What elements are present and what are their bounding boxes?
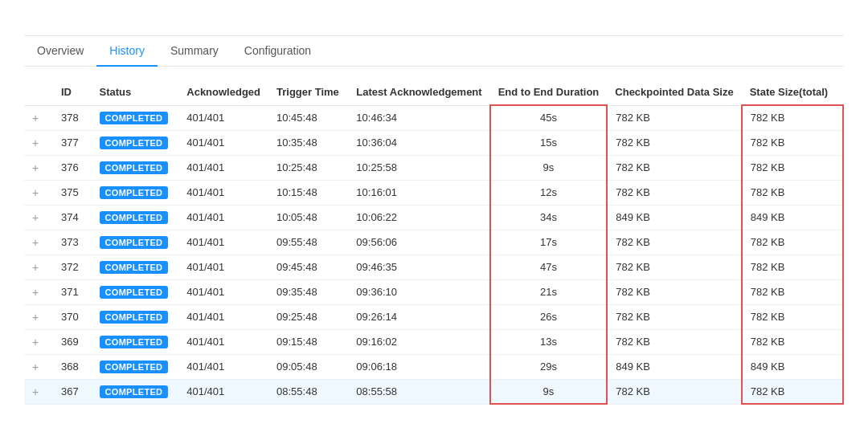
table-row: + 378 COMPLETED 401/401 10:45:48 10:46:3… bbox=[24, 105, 843, 130]
expand-icon[interactable]: + bbox=[32, 261, 45, 274]
row-checkpoint-data: 782 KB bbox=[607, 105, 741, 130]
history-table-container: ID Status Acknowledged Trigger Time Late… bbox=[24, 79, 844, 405]
row-id: 373 bbox=[53, 230, 92, 255]
row-latest-ack: 09:26:14 bbox=[348, 304, 489, 329]
row-id: 377 bbox=[53, 130, 92, 155]
status-badge: COMPLETED bbox=[100, 136, 169, 149]
row-checkpoint-data: 782 KB bbox=[607, 304, 741, 329]
row-latest-ack: 09:06:18 bbox=[348, 354, 489, 379]
row-checkpoint-data: 782 KB bbox=[607, 155, 741, 180]
expand-cell[interactable]: + bbox=[24, 354, 53, 379]
expand-icon[interactable]: + bbox=[32, 311, 45, 324]
status-badge: COMPLETED bbox=[100, 385, 169, 398]
status-badge: COMPLETED bbox=[100, 236, 169, 249]
col-header-acknowledged: Acknowledged bbox=[178, 79, 268, 105]
expand-cell[interactable]: + bbox=[24, 255, 53, 279]
row-status: COMPLETED bbox=[92, 304, 179, 329]
row-e2e-duration: 12s bbox=[490, 180, 608, 205]
row-acknowledged: 401/401 bbox=[178, 180, 268, 205]
row-latest-ack: 10:25:58 bbox=[348, 155, 489, 180]
row-id: 376 bbox=[53, 155, 92, 180]
expand-cell[interactable]: + bbox=[24, 329, 53, 354]
expand-icon[interactable]: + bbox=[32, 161, 45, 174]
row-latest-ack: 09:36:10 bbox=[348, 279, 489, 304]
col-header-trigger-time: Trigger Time bbox=[268, 79, 348, 105]
row-state-size: 782 KB bbox=[742, 255, 843, 279]
row-state-size: 782 KB bbox=[742, 155, 843, 180]
row-acknowledged: 401/401 bbox=[178, 155, 268, 180]
row-state-size: 782 KB bbox=[742, 130, 843, 155]
col-header-e2e-duration: End to End Duration bbox=[490, 79, 608, 105]
row-id: 374 bbox=[53, 205, 92, 230]
row-latest-ack: 09:56:06 bbox=[348, 230, 489, 255]
row-state-size: 782 KB bbox=[742, 230, 843, 255]
row-id: 371 bbox=[53, 279, 92, 304]
status-badge: COMPLETED bbox=[100, 261, 169, 274]
expand-cell[interactable]: + bbox=[24, 180, 53, 205]
row-latest-ack: 09:46:35 bbox=[348, 255, 489, 279]
row-checkpoint-data: 782 KB bbox=[607, 230, 741, 255]
table-header-row: ID Status Acknowledged Trigger Time Late… bbox=[24, 79, 843, 105]
expand-icon[interactable]: + bbox=[32, 236, 45, 249]
row-latest-ack: 10:36:04 bbox=[348, 130, 489, 155]
row-id: 378 bbox=[53, 105, 92, 130]
row-state-size: 849 KB bbox=[742, 354, 843, 379]
expand-cell[interactable]: + bbox=[24, 230, 53, 255]
row-status: COMPLETED bbox=[92, 180, 179, 205]
expand-cell[interactable]: + bbox=[24, 105, 53, 130]
table-row: + 368 COMPLETED 401/401 09:05:48 09:06:1… bbox=[24, 354, 843, 379]
table-row: + 373 COMPLETED 401/401 09:55:48 09:56:0… bbox=[24, 230, 843, 255]
row-state-size: 782 KB bbox=[742, 180, 843, 205]
row-latest-ack: 09:16:02 bbox=[348, 329, 489, 354]
row-checkpoint-data: 782 KB bbox=[607, 180, 741, 205]
expand-icon[interactable]: + bbox=[32, 211, 45, 224]
row-trigger-time: 10:15:48 bbox=[268, 180, 348, 205]
row-id: 369 bbox=[53, 329, 92, 354]
expand-cell[interactable]: + bbox=[24, 379, 53, 404]
tab-overview[interactable]: Overview bbox=[24, 36, 96, 67]
row-trigger-time: 10:05:48 bbox=[268, 205, 348, 230]
row-status: COMPLETED bbox=[92, 105, 179, 130]
expand-icon[interactable]: + bbox=[32, 336, 45, 348]
row-trigger-time: 10:25:48 bbox=[268, 155, 348, 180]
status-badge: COMPLETED bbox=[100, 211, 169, 224]
row-acknowledged: 401/401 bbox=[178, 130, 268, 155]
expand-icon[interactable]: + bbox=[32, 112, 45, 124]
row-trigger-time: 10:35:48 bbox=[268, 130, 348, 155]
expand-icon[interactable]: + bbox=[32, 361, 45, 373]
expand-cell[interactable]: + bbox=[24, 304, 53, 329]
status-badge: COMPLETED bbox=[100, 361, 169, 373]
expand-cell[interactable]: + bbox=[24, 155, 53, 180]
row-checkpoint-data: 782 KB bbox=[607, 379, 741, 404]
expand-icon[interactable]: + bbox=[32, 136, 45, 149]
row-latest-ack: 10:46:34 bbox=[348, 105, 489, 130]
status-badge: COMPLETED bbox=[100, 311, 169, 324]
tab-configuration[interactable]: Configuration bbox=[231, 36, 324, 67]
tab-bar: Overview History Summary Configuration bbox=[24, 36, 844, 67]
expand-cell[interactable]: + bbox=[24, 130, 53, 155]
row-checkpoint-data: 782 KB bbox=[607, 130, 741, 155]
col-header-latest-ack: Latest Acknowledgement bbox=[348, 79, 489, 105]
status-badge: COMPLETED bbox=[100, 186, 169, 199]
col-header-state-size: State Size(total) bbox=[742, 79, 843, 105]
row-acknowledged: 401/401 bbox=[178, 354, 268, 379]
expand-icon[interactable]: + bbox=[32, 385, 45, 398]
row-checkpoint-data: 849 KB bbox=[607, 205, 741, 230]
row-e2e-duration: 9s bbox=[490, 155, 608, 180]
row-e2e-duration: 29s bbox=[490, 354, 608, 379]
table-row: + 377 COMPLETED 401/401 10:35:48 10:36:0… bbox=[24, 130, 843, 155]
expand-icon[interactable]: + bbox=[32, 286, 45, 299]
row-e2e-duration: 21s bbox=[490, 279, 608, 304]
tab-history[interactable]: History bbox=[96, 36, 158, 67]
expand-cell[interactable]: + bbox=[24, 279, 53, 304]
row-e2e-duration: 47s bbox=[490, 255, 608, 279]
row-trigger-time: 10:45:48 bbox=[268, 105, 348, 130]
tab-summary[interactable]: Summary bbox=[158, 36, 231, 67]
row-trigger-time: 09:15:48 bbox=[268, 329, 348, 354]
row-latest-ack: 10:06:22 bbox=[348, 205, 489, 230]
table-row: + 367 COMPLETED 401/401 08:55:48 08:55:5… bbox=[24, 379, 843, 404]
expand-cell[interactable]: + bbox=[24, 205, 53, 230]
row-checkpoint-data: 782 KB bbox=[607, 279, 741, 304]
expand-icon[interactable]: + bbox=[32, 186, 45, 199]
table-row: + 369 COMPLETED 401/401 09:15:48 09:16:0… bbox=[24, 329, 843, 354]
